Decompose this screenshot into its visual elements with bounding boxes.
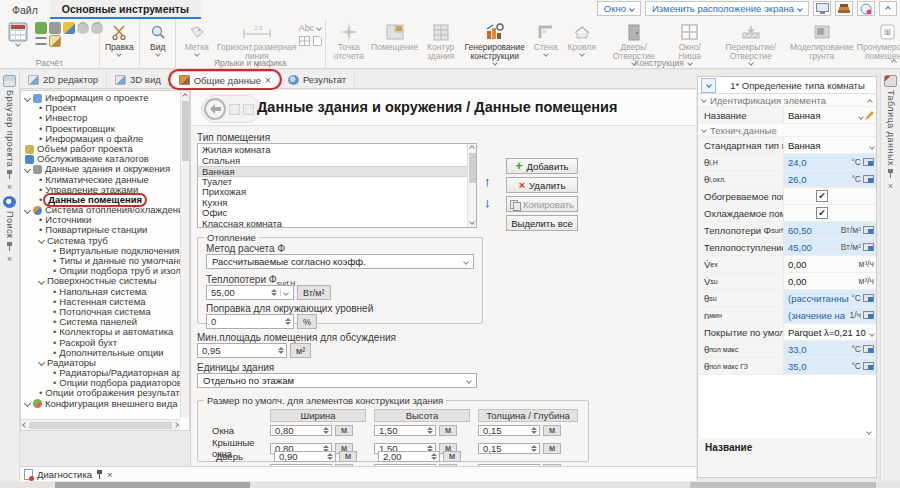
data-table-dock-tab[interactable]: Таблица данных × xyxy=(881,71,900,191)
chevron-down-icon[interactable] xyxy=(24,166,31,173)
property-row[interactable]: θпол макс 33,0 ✔ °C xyxy=(698,341,876,358)
property-value[interactable]: 45,00 xyxy=(788,242,839,253)
list-item[interactable]: Кухня xyxy=(198,198,467,209)
tree-horizontal-scrollbar[interactable] xyxy=(21,419,180,430)
depth-input[interactable]: 0,15 xyxy=(478,425,540,436)
close-icon[interactable]: × xyxy=(7,182,12,192)
scroll-down-chevron[interactable] xyxy=(866,429,872,435)
min-area-unit-button[interactable]: м² xyxy=(290,343,311,358)
property-value[interactable]: 26,0 xyxy=(788,174,849,185)
external-value-icon[interactable] xyxy=(863,158,874,167)
property-row[interactable]: Теплопоступление Φ. 45,00 ✔ Вт/м² xyxy=(698,239,876,256)
document-tab[interactable]: Общие данные × xyxy=(170,71,280,88)
list-item[interactable]: Прихожая xyxy=(198,187,467,198)
property-row[interactable]: θsu (рассчитанный) ✔ °C xyxy=(698,290,876,307)
chevron-down-icon[interactable] xyxy=(869,331,875,337)
property-value[interactable]: (рассчитанный) xyxy=(788,293,849,304)
property-row[interactable]: θi,H 24,0 ✔ °C xyxy=(698,154,876,171)
property-value[interactable]: 0,00 xyxy=(788,259,857,270)
droplet-icon[interactable] xyxy=(77,22,89,34)
property-value[interactable]: (значение на осно xyxy=(788,310,847,321)
property-value[interactable]: 60,50 xyxy=(788,225,839,236)
calc-option-icon[interactable] xyxy=(49,22,61,34)
close-icon[interactable]: × xyxy=(107,469,113,480)
pin-icon[interactable] xyxy=(6,170,13,179)
depth-input[interactable]: 0,15 xyxy=(478,443,540,454)
abc-dropdown[interactable]: Abc xyxy=(299,23,322,33)
ribbon-collapse-chevron[interactable] xyxy=(892,55,896,66)
unit-button[interactable]: м xyxy=(543,443,561,454)
external-value-icon[interactable] xyxy=(863,311,874,320)
checkbox[interactable]: ✔ xyxy=(816,190,828,202)
close-icon[interactable]: × xyxy=(265,75,271,86)
table-grid-icon[interactable] xyxy=(299,36,310,46)
width-input[interactable]: 0,90 xyxy=(274,451,336,462)
checkbox[interactable]: ✔ xyxy=(816,207,828,219)
document-tab[interactable]: 3D вид × xyxy=(107,71,170,88)
view-button[interactable]: Вид xyxy=(143,21,173,57)
scrollbar-thumb[interactable] xyxy=(690,482,876,488)
monitor-icon[interactable] xyxy=(813,1,831,16)
layout-menu-button[interactable]: Изменить расположение экрана xyxy=(645,1,809,16)
close-icon[interactable]: × xyxy=(7,254,12,264)
move-up-button[interactable]: ↑ xyxy=(484,175,491,188)
property-row[interactable]: Стандартная тип пом Ванная ✔ xyxy=(698,137,876,154)
height-input[interactable]: 2,00 xyxy=(378,451,440,462)
calculation-button[interactable] xyxy=(3,21,33,47)
property-value[interactable]: Parquet λ=0,21 10m xyxy=(788,327,866,338)
external-value-icon[interactable] xyxy=(863,345,874,354)
list-item[interactable]: Спальня xyxy=(198,156,467,167)
external-value-icon[interactable] xyxy=(863,226,874,235)
search-dock-tab[interactable]: Поиск × xyxy=(0,192,19,263)
pin-icon[interactable] xyxy=(6,242,13,251)
property-row[interactable]: Покрытие по умолч. Parquet λ=0,21 10m ✔ xyxy=(698,324,876,341)
scrollbar-thumb[interactable] xyxy=(55,482,250,488)
books-icon[interactable] xyxy=(835,1,853,16)
property-row[interactable]: Обогреваемое поме ✔ xyxy=(698,188,876,205)
property-row[interactable]: Теплопотери Φsurf,H 60,50 ✔ Вт/м² xyxy=(698,222,876,239)
reference-point-button[interactable]: Точка отсчета xyxy=(329,21,369,62)
chevron-down-icon[interactable] xyxy=(38,237,45,244)
delete-button[interactable]: ×Удалить xyxy=(506,177,578,193)
tree-item[interactable]: • Данные здания и окружения xyxy=(21,164,180,174)
document-tab[interactable]: 2D редактор × xyxy=(20,71,107,88)
chevron-down-icon[interactable] xyxy=(38,278,45,285)
help-globe-icon[interactable] xyxy=(857,1,875,16)
unit-button[interactable]: м xyxy=(335,425,353,436)
external-value-icon[interactable] xyxy=(863,175,874,184)
calc-option-icon[interactable] xyxy=(35,22,47,34)
property-value[interactable]: 24,0 xyxy=(788,157,849,168)
method-select[interactable]: Рассчитываемые согласно коэфф. xyxy=(206,254,474,269)
property-row[interactable]: Название Ванная ✔ xyxy=(698,107,876,124)
pencil-icon[interactable] xyxy=(865,111,874,120)
property-row[interactable]: Охлаждаемое помещ ✔ xyxy=(698,205,876,222)
tree-item[interactable]: • Коллекторы и автоматика xyxy=(21,327,180,337)
correction-unit-button[interactable]: % xyxy=(297,314,317,329)
close-icon[interactable]: × xyxy=(888,181,893,191)
unit-button[interactable]: м xyxy=(439,425,457,436)
diagnostics-bar[interactable]: Диагностика × xyxy=(20,466,696,481)
heat-loss-input[interactable]: 55,00 xyxy=(206,285,294,300)
chevron-down-icon[interactable] xyxy=(38,359,45,366)
list-scrollbar[interactable] xyxy=(467,144,476,227)
property-row[interactable]: nмин (значение на осно ✔ 1/ч xyxy=(698,307,876,324)
move-down-button[interactable]: ↓ xyxy=(484,196,491,209)
select-all-button[interactable]: Выделить все xyxy=(506,215,578,231)
tree-item[interactable]: • Дополнительные опции xyxy=(21,348,180,358)
unit-button[interactable]: м xyxy=(339,451,357,462)
collapse-ribbon-button[interactable] xyxy=(879,1,897,16)
nav-mini-button[interactable] xyxy=(243,104,254,115)
window-menu-button[interactable]: Окно xyxy=(597,1,641,16)
property-value[interactable]: Ванная xyxy=(788,110,855,121)
property-row[interactable]: V̇su 0,00 ✔ м³/ч xyxy=(698,273,876,290)
heat-loss-unit-button[interactable]: Вт/м² xyxy=(297,285,331,300)
list-item[interactable]: Ванная xyxy=(198,166,467,177)
external-value-icon[interactable] xyxy=(863,243,874,252)
unit-button[interactable]: м xyxy=(543,425,561,436)
list-item[interactable]: Классная комната xyxy=(198,219,467,230)
correction-input[interactable]: 0 xyxy=(206,314,294,329)
section-header-identification[interactable]: Идентификация элемента xyxy=(698,94,876,107)
chevron-down-icon[interactable] xyxy=(858,114,864,120)
property-row[interactable]: V̇ex 0,00 ✔ м³/ч xyxy=(698,256,876,273)
calc-option-icon[interactable] xyxy=(63,22,75,34)
